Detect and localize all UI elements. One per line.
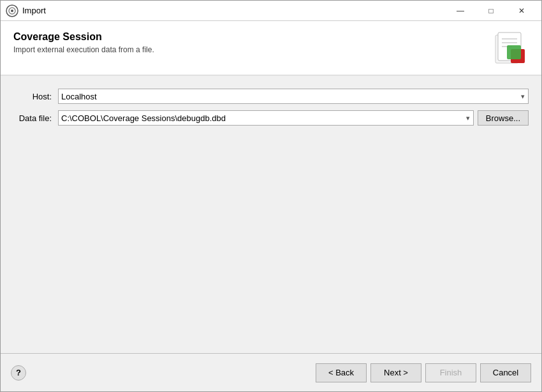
dialog-title: Coverage Session <box>13 31 154 43</box>
minimize-button[interactable]: — <box>446 1 475 20</box>
data-file-control-wrap: C:\COBOL\Coverage Sessions\debugdb.dbd B… <box>58 110 529 126</box>
header-text: Coverage Session Import external executi… <box>13 31 154 54</box>
maximize-button[interactable]: □ <box>476 1 506 20</box>
coverage-session-icon <box>493 31 529 67</box>
cancel-button[interactable]: Cancel <box>480 363 531 382</box>
dialog-header: Coverage Session Import external executi… <box>1 21 541 76</box>
header-icon-area <box>493 31 529 67</box>
back-button[interactable]: < Back <box>316 363 367 382</box>
data-file-select-wrapper: C:\COBOL\Coverage Sessions\debugdb.dbd <box>58 110 474 126</box>
dialog-subtitle: Import external execution data from a fi… <box>13 45 154 54</box>
window-title: Import <box>22 6 446 15</box>
host-select-wrapper: Localhost <box>58 89 529 104</box>
footer-left: ? <box>11 365 26 381</box>
close-button[interactable]: ✕ <box>507 1 536 20</box>
data-file-select[interactable]: C:\COBOL\Coverage Sessions\debugdb.dbd <box>58 110 474 126</box>
import-dialog: Import — □ ✕ Coverage Session Import ext… <box>0 0 542 392</box>
next-button[interactable]: Next > <box>370 363 421 382</box>
footer-buttons: < Back Next > Finish Cancel <box>316 363 531 382</box>
host-control-wrap: Localhost <box>58 89 529 104</box>
host-select[interactable]: Localhost <box>58 89 529 104</box>
host-label: Host: <box>13 92 58 101</box>
svg-point-2 <box>11 10 13 12</box>
browse-button[interactable]: Browse... <box>478 110 529 126</box>
dialog-footer: ? < Back Next > Finish Cancel <box>1 353 541 391</box>
help-button[interactable]: ? <box>11 365 26 381</box>
finish-button[interactable]: Finish <box>425 363 476 382</box>
dialog-content: Host: Localhost Data file: C:\COBOL\Cove… <box>1 76 541 353</box>
window-icon <box>6 4 18 17</box>
data-file-row: Data file: C:\COBOL\Coverage Sessions\de… <box>13 110 529 126</box>
title-bar: Import — □ ✕ <box>1 1 541 21</box>
window-controls: — □ ✕ <box>446 1 536 20</box>
svg-rect-9 <box>507 45 521 59</box>
data-file-label: Data file: <box>13 113 58 123</box>
host-row: Host: Localhost <box>13 89 529 104</box>
